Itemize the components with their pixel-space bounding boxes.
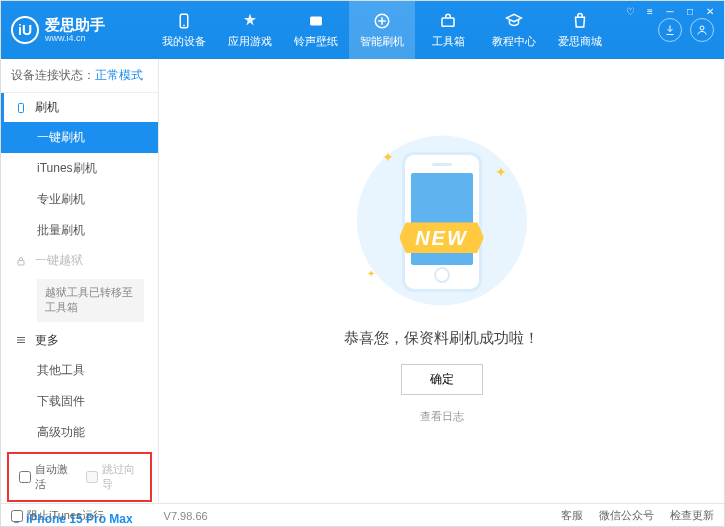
tutorial-icon (504, 11, 524, 31)
version-label: V7.98.66 (164, 510, 208, 522)
svg-point-5 (700, 26, 704, 30)
toolbox-icon (438, 11, 458, 31)
footer-link-wechat[interactable]: 微信公众号 (599, 508, 654, 523)
footer-link-support[interactable]: 客服 (561, 508, 583, 523)
nav-tab-tutorial[interactable]: 教程中心 (481, 1, 547, 59)
store-icon (570, 11, 590, 31)
svg-rect-6 (19, 103, 24, 112)
brand-title: 爱思助手 (45, 17, 105, 34)
view-log-link[interactable]: 查看日志 (420, 409, 464, 424)
checkbox-block-itunes[interactable]: 阻止iTunes运行 (11, 508, 104, 523)
jailbreak-note: 越狱工具已转移至工具箱 (37, 279, 144, 322)
flash-icon (372, 11, 392, 31)
main-content: ✦ ✦ ✦ NEW 恭喜您，保资料刷机成功啦！ 确定 查看日志 (159, 59, 724, 503)
maximize-icon[interactable]: □ (683, 4, 697, 18)
device-status: 设备连接状态：正常模式 (1, 59, 158, 93)
svg-rect-7 (18, 260, 24, 265)
footer-link-update[interactable]: 检查更新 (670, 508, 714, 523)
success-illustration: ✦ ✦ ✦ NEW (352, 139, 532, 319)
ok-button[interactable]: 确定 (401, 364, 483, 395)
sidebar-section-flash[interactable]: 刷机 (1, 93, 158, 122)
gift-icon[interactable]: ♡ (623, 4, 637, 18)
logo-icon: iU (11, 16, 39, 44)
minimize-icon[interactable]: ─ (663, 4, 677, 18)
nav-tab-device[interactable]: 我的设备 (151, 1, 217, 59)
sidebar: 设备连接状态：正常模式 刷机 一键刷机 iTunes刷机 专业刷机 批量刷机 一… (1, 59, 159, 503)
sidebar-item-other-tools[interactable]: 其他工具 (1, 355, 158, 386)
sidebar-item-pro-flash[interactable]: 专业刷机 (1, 184, 158, 215)
nav-tab-flash[interactable]: 智能刷机 (349, 1, 415, 59)
sidebar-section-jailbreak: 一键越狱 (1, 246, 158, 275)
menu-icon[interactable]: ≡ (643, 4, 657, 18)
menu-lines-icon (15, 334, 27, 346)
nav-tabs: 我的设备 应用游戏 铃声壁纸 智能刷机 工具箱 教程中心 爱思商城 (151, 1, 658, 59)
phone-icon (15, 102, 27, 114)
checkbox-skip-guide[interactable]: 跳过向导 (86, 462, 141, 492)
brand-url: www.i4.cn (45, 33, 105, 43)
apps-icon (240, 11, 260, 31)
sidebar-item-itunes-flash[interactable]: iTunes刷机 (1, 153, 158, 184)
checkbox-auto-activate[interactable]: 自动激活 (19, 462, 74, 492)
download-button[interactable] (658, 18, 682, 42)
sidebar-item-advanced[interactable]: 高级功能 (1, 417, 158, 448)
new-ribbon: NEW (399, 222, 484, 253)
sidebar-item-download-firmware[interactable]: 下载固件 (1, 386, 158, 417)
sidebar-item-batch-flash[interactable]: 批量刷机 (1, 215, 158, 246)
svg-rect-2 (310, 17, 322, 26)
nav-tab-apps[interactable]: 应用游戏 (217, 1, 283, 59)
sidebar-item-oneclick-flash[interactable]: 一键刷机 (1, 122, 158, 153)
success-message: 恭喜您，保资料刷机成功啦！ (344, 329, 539, 348)
nav-tab-ringtone[interactable]: 铃声壁纸 (283, 1, 349, 59)
ringtone-icon (306, 11, 326, 31)
device-icon (174, 11, 194, 31)
header: iU 爱思助手 www.i4.cn 我的设备 应用游戏 铃声壁纸 智能刷机 工具… (1, 1, 724, 59)
svg-rect-4 (442, 18, 454, 26)
close-icon[interactable]: ✕ (703, 4, 717, 18)
sidebar-section-more[interactable]: 更多 (1, 326, 158, 355)
nav-tab-store[interactable]: 爱思商城 (547, 1, 613, 59)
logo-area: iU 爱思助手 www.i4.cn (11, 16, 151, 44)
nav-tab-toolbox[interactable]: 工具箱 (415, 1, 481, 59)
checkbox-highlight-box: 自动激活 跳过向导 (7, 452, 152, 502)
lock-icon (15, 255, 27, 267)
user-button[interactable] (690, 18, 714, 42)
